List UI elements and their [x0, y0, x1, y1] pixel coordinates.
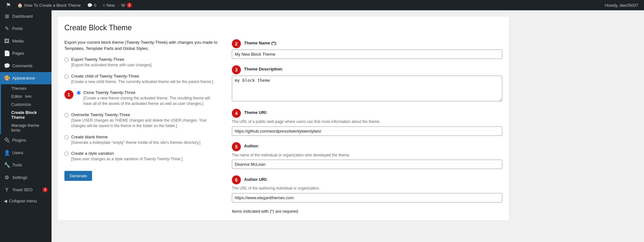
radio-style-text: Create a style variation [71, 151, 183, 156]
editor-link: Editor beta [0, 92, 52, 100]
dashboard-label: Dashboard [12, 14, 48, 19]
submenu-themes[interactable]: Themes [0, 84, 52, 92]
content-wrap: Create Block Theme Export your current b… [58, 17, 509, 220]
radio-overwrite-desc: [Save USER changes as THEME changes and … [71, 118, 219, 129]
page-title: Create Block Theme [64, 23, 502, 33]
theme-desc-input[interactable]: my block theme [232, 76, 502, 101]
comments-label: Comments [12, 63, 48, 69]
menu-item-pages[interactable]: 📄 Pages [0, 47, 52, 60]
theme-name-label: Theme Name (*): [244, 41, 277, 45]
radio-child-text: Create child of Twenty Twenty-Three [71, 74, 213, 79]
radio-style-desc: [Save user changes as a style variation … [71, 156, 183, 162]
step4-badge: 4 [232, 109, 241, 118]
theme-name-input[interactable] [232, 50, 502, 59]
pages-icon: 📄 [4, 50, 10, 57]
comments-nav-icon: 💬 [4, 62, 10, 70]
appearance-label: Appearance [12, 75, 48, 81]
radio-clone-label[interactable]: Clone Twenty Twenty-Three [Create a new … [77, 90, 219, 107]
radio-option-blank: Create blank theme [Generate a boilerpla… [64, 135, 219, 145]
menu-item-comments[interactable]: 💬 Comments [0, 60, 52, 72]
collapse-menu-button[interactable]: ◀ Collapse menu [0, 196, 52, 206]
radio-export-label[interactable]: Export Twenty Twenty-Three [Export the a… [64, 57, 219, 68]
yoast-icon: Y [4, 186, 10, 193]
radio-overwrite-label[interactable]: Overwrite Twenty Twenty-Three [Save USER… [64, 112, 219, 129]
author-uri-sublabel: The URL of the authoring individual or o… [232, 186, 502, 191]
author-uri-group: 6 Author URI: The URL of the authoring i… [232, 175, 502, 202]
menu-item-dashboard[interactable]: ⊞ Dashboard [0, 10, 52, 23]
radio-export-text: Export Twenty Twenty-Three [71, 57, 151, 62]
theme-uri-sublabel: The URL of a public web page where users… [232, 119, 502, 125]
plugin-icon: W [121, 3, 125, 8]
adminbar-comments[interactable]: 💬 0 [84, 0, 99, 10]
step5-badge: 5 [232, 142, 241, 151]
appearance-icon: 🎨 [4, 75, 10, 82]
radio-option-child: Create child of Twenty Twenty-Three [Cre… [64, 74, 219, 85]
menu-item-tools[interactable]: 🔧 Tools [0, 159, 52, 171]
menu-item-users[interactable]: 👤 Users [0, 147, 52, 159]
radio-blank-input[interactable] [64, 135, 69, 139]
menu-item-settings[interactable]: ⚙ Settings [0, 172, 52, 184]
tools-label: Tools [12, 162, 48, 168]
customize-link: Customize [0, 100, 52, 108]
radio-blank-label[interactable]: Create blank theme [Generate a boilerpla… [64, 135, 219, 145]
submenu-manage-theme-fonts[interactable]: Manage theme fonts [0, 121, 52, 134]
author-uri-label: Author URI: [244, 177, 268, 182]
radio-blank-text: Create blank theme [71, 135, 200, 139]
author-input[interactable] [232, 160, 502, 169]
theme-name-group: 2 Theme Name (*): [232, 39, 502, 59]
theme-desc-header: 3 Theme Description: [232, 65, 502, 74]
radio-option-style-variation: Create a style variation [Save user chan… [64, 151, 219, 162]
menu-item-appearance[interactable]: 🎨 Appearance Themes Editor beta Custom [0, 72, 52, 134]
adminbar-site-name[interactable]: 🏠 How To Create a Block Theme [14, 0, 84, 10]
theme-uri-input[interactable] [232, 126, 502, 136]
menu-item-posts[interactable]: ✎ Posts [0, 23, 52, 35]
site-name-label: How To Create a Block Theme [24, 3, 81, 8]
submenu-editor[interactable]: Editor beta [0, 92, 52, 100]
radio-export-input[interactable] [64, 58, 69, 62]
adminbar-plugin[interactable]: W 3 [118, 0, 135, 10]
radio-clone-input[interactable] [77, 91, 81, 95]
radio-child-label[interactable]: Create child of Twenty Twenty-Three [Cre… [64, 74, 219, 85]
submenu-create-block-theme[interactable]: Create Block Theme [0, 108, 52, 121]
plugins-label: Plugins [12, 137, 48, 143]
radio-child-input[interactable] [64, 74, 69, 79]
step3-badge: 3 [232, 65, 241, 74]
menu-item-plugins[interactable]: 🔌 Plugins [0, 134, 52, 146]
radio-style-label[interactable]: Create a style variation [Save user chan… [64, 151, 219, 162]
radio-option-clone: 1 Clone Twenty Twenty-Three [Create a ne… [64, 90, 219, 107]
theme-uri-group: 4 Theme URI: The URL of a public web pag… [232, 109, 502, 136]
collapse-label: Collapse menu [9, 199, 37, 203]
radio-clone-text: Clone Twenty Twenty-Three [83, 90, 219, 95]
radio-overwrite-input[interactable] [64, 113, 69, 117]
menu-item-yoast[interactable]: Y Yoast SEO 3 [0, 184, 52, 196]
author-uri-input[interactable] [232, 193, 502, 202]
adminbar-new[interactable]: + New [99, 0, 118, 10]
author-group: 5 Author: The name of the individual or … [232, 142, 502, 169]
user-greeting: Howdy, dee35007 [605, 3, 638, 8]
radio-child-desc: [Create a new child theme. The currently… [71, 79, 213, 85]
dashboard-icon: ⊞ [4, 13, 10, 20]
export-description: Export your current block theme (Twenty … [64, 39, 219, 52]
admin-bar: ⚑ 🏠 How To Create a Block Theme 💬 0 + Ne… [0, 0, 644, 10]
settings-icon: ⚙ [4, 174, 10, 181]
radio-style-input[interactable] [64, 152, 69, 156]
tools-icon: 🔧 [4, 162, 10, 169]
radio-clone-desc: [Create a new theme cloning the activate… [83, 96, 219, 107]
collapse-icon: ◀ [4, 199, 7, 203]
create-block-theme-link: Create Block Theme [0, 108, 52, 121]
pages-label: Pages [12, 51, 48, 56]
menu-item-media[interactable]: 🖼 Media [0, 35, 52, 47]
comments-icon: 💬 [87, 3, 92, 8]
theme-desc-group: 3 Theme Description: my block theme [232, 65, 502, 102]
admin-sidebar: ⊞ Dashboard ✎ Posts 🖼 Media 📄 Pa [0, 10, 52, 242]
theme-uri-label: Theme URI: [244, 110, 267, 115]
submenu-customize[interactable]: Customize [0, 100, 52, 108]
editor-beta-badge: beta [24, 94, 33, 98]
admin-menu: ⊞ Dashboard ✎ Posts 🖼 Media 📄 Pa [0, 10, 52, 196]
wp-logo[interactable]: ⚑ [3, 0, 14, 10]
radio-export-desc: [Export the activated theme with user ch… [71, 62, 151, 68]
radio-blank-desc: [Generate a boilerplate "empty" theme in… [71, 140, 200, 145]
adminbar-user[interactable]: Howdy, dee35007 [601, 3, 641, 8]
users-icon: 👤 [4, 149, 10, 156]
generate-button[interactable]: Generate [64, 171, 92, 181]
